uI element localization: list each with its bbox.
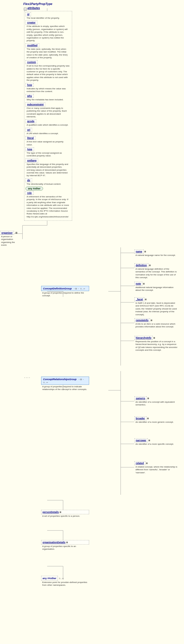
person-details-label: personDetails — [43, 511, 59, 513]
item-narrower-desc: An identifier of a more specific concept… — [134, 442, 180, 446]
concept-def-group-box: ConceptDefinitionGroup →⊞→ 0...∞ — [41, 286, 89, 291]
attr-how-desc: Indicates by which means the value was e… — [26, 87, 71, 94]
item-name-box: name — [134, 250, 144, 253]
item-narrower-container: narrower ⊞ An identifier of a more speci… — [134, 438, 180, 446]
attr-pubconstraint-box: pubconstraint — [26, 103, 45, 106]
dots-connector: ···· — [24, 375, 31, 380]
org-expand-icon[interactable]: ⊞ — [66, 541, 68, 544]
narrower-expand-icon[interactable]: ⊞ — [148, 439, 150, 442]
item-remoteinfo-desc: A link to an item or a web resource whic… — [134, 322, 180, 329]
attr-type-box: type — [26, 147, 34, 151]
attr-creator-box: creator — [26, 21, 37, 24]
attr-dir-box: dir — [26, 178, 32, 182]
attr-literal: literal A free-text value assigned as pr… — [26, 136, 71, 147]
minus-icon[interactable]: − — [24, 8, 27, 10]
attr-any-other: any #other — [26, 187, 71, 190]
item-related-box: related — [134, 461, 145, 465]
item-definition-desc: A natural language definition of the sem… — [134, 267, 180, 280]
attr-modified: modified The date (and, optionally, the … — [26, 43, 71, 60]
item-facet-box: _facet — [134, 297, 144, 301]
concept-rel-group-label: ConceptRelationshipsGroup — [43, 378, 77, 381]
person-expand-icon[interactable]: ⊞ — [60, 511, 61, 513]
item-definition-container: definition ⊞ A natural language definiti… — [134, 263, 180, 280]
attr-type-desc: The type of the concept assigned as cont… — [26, 151, 71, 158]
any-other-bottom-container: any ##other 0...∞ Extension point for pr… — [41, 576, 89, 587]
item-hierarchyinfo-container: hierarchyInfo ⊞ Represents the position … — [134, 336, 180, 352]
organiser-expand-icon[interactable]: ⊞ — [15, 231, 18, 234]
attr-pubconstraint: pubconstraint One or many constraints th… — [26, 103, 71, 119]
attr-how: how Indicates by which means the value w… — [26, 83, 71, 94]
attr-xmllang: xmllang Specifies the language of this p… — [26, 159, 71, 178]
attr-why-box: why — [26, 94, 34, 98]
org-details-container: organisationDetails ⊞ A group of propert… — [41, 540, 89, 551]
note-expand-icon[interactable]: ⊞ — [143, 283, 145, 285]
attr-id: id The local identifier of the property. — [26, 12, 71, 20]
item-note-desc: Additional natural language information … — [134, 286, 180, 292]
attr-role-desc: A refinement of the semantics of the pro… — [26, 195, 71, 219]
attr-why-desc: Why the metadata has been included. — [26, 98, 71, 102]
attr-literal-box: literal — [26, 136, 35, 140]
item-narrower-box: narrower — [134, 438, 148, 442]
attr-modified-desc: The date (and, optionally, the time) whe… — [26, 47, 71, 60]
attr-any-other-box: any #other — [26, 187, 43, 190]
attr-qcode-desc: A qualified code which identifies a conc… — [26, 123, 71, 127]
attr-id-desc: The local identifier of the property. — [26, 16, 71, 20]
attr-dir: dir The directionality of textual conten… — [26, 178, 71, 186]
attr-why: why Why the metadata has been included. — [26, 94, 71, 102]
attr-uri: uri A URI which identifies a concept. — [26, 128, 71, 136]
broader-expand-icon[interactable]: ⊞ — [147, 417, 149, 420]
person-details-desc: A set of properties specific to a person… — [41, 514, 89, 518]
attr-pubconstraint-desc: One or many constraints that apply to pu… — [26, 106, 71, 119]
item-facet-desc: In NAR 1.8 and later, facet is deprecate… — [134, 301, 180, 317]
page-title: Flex1PartyPropType — [23, 2, 52, 5]
item-definition-box: definition — [134, 263, 148, 267]
attributes-group: id The local identifier of the property.… — [24, 11, 72, 221]
attr-custom-box: custom — [26, 60, 38, 64]
definition-expand-icon[interactable]: ⊞ — [149, 264, 151, 267]
item-broader-container: broader ⊞ An identifier of a more generi… — [134, 416, 180, 424]
attr-custom: custom If set to true the corresponding … — [26, 60, 71, 82]
concept-rel-group-desc: A group of properties required to indica… — [41, 385, 89, 392]
diagram-container: Flex1PartyPropType − attributes id The l… — [0, 0, 184, 644]
item-remoteinfo-box: remoteInfo — [134, 318, 150, 322]
item-hierarchyinfo-desc: Represents the position of a concept in … — [134, 340, 180, 352]
concept-rel-multiplicity: 0...∞ — [43, 381, 48, 384]
person-details-container: personDetails ⊞ A set of properties spec… — [41, 510, 89, 518]
org-details-desc: A group of properties specific to an org… — [41, 545, 89, 551]
attr-creator-desc: If the attribute is empty, specifies whi… — [26, 24, 71, 43]
item-remoteinfo-container: remoteInfo ⊞ A link to an item or a web … — [134, 318, 180, 329]
facet-expand-icon[interactable]: ⊞ — [145, 298, 147, 301]
organiser-desc: A person or organisation organising the … — [0, 235, 21, 247]
attr-how-box: how — [26, 83, 34, 87]
attr-role-box: role — [26, 191, 33, 195]
item-related-desc: A related concept, where the relationshi… — [134, 465, 180, 475]
attr-uri-desc: A URI which identifies a concept. — [26, 132, 71, 136]
sameas-expand-icon[interactable]: ⊞ — [147, 397, 149, 400]
concept-rel-group-box: ConceptRelationshipsGroup →⊞→ 0...∞ — [41, 377, 89, 385]
attr-id-box: id — [26, 12, 31, 16]
attr-uri-box: uri — [26, 128, 32, 132]
attributes-expand-icon[interactable]: − — [24, 7, 27, 10]
item-related-container: related ⊞ A related concept, where the r… — [134, 461, 180, 475]
attr-type: type The type of the concept assigned as… — [26, 147, 71, 158]
related-expand-icon[interactable]: ⊞ — [146, 462, 148, 465]
item-note-container: note ⊞ Additional natural language infor… — [134, 282, 180, 292]
org-details-label: organisationDetails — [43, 541, 66, 544]
item-broader-box: broader — [134, 416, 146, 420]
remoteinfo-expand-icon[interactable]: ⊞ — [151, 319, 152, 322]
any-other-range: 0...∞ — [59, 577, 64, 580]
hierarchyinfo-expand-icon[interactable]: ⊞ — [153, 337, 155, 339]
attr-dir-desc: The directionality of textual content. — [26, 182, 71, 186]
name-expand-icon[interactable]: ⊞ — [144, 250, 146, 253]
attr-xmllang-desc: Specifies the language of this property … — [26, 162, 71, 178]
concept-rel-arrows: →⊞→ — [78, 378, 84, 381]
attr-role: role A refinement of the semantics of th… — [26, 191, 71, 219]
attr-modified-box: modified — [26, 43, 39, 47]
any-other-bottom-label: any ##other — [43, 577, 56, 580]
attr-custom-desc: If set to true the corresponding propert… — [26, 64, 71, 82]
item-sameas-container: sameAs ⊞ An identifier of a concept with… — [134, 396, 180, 407]
item-facet-container: _facet ⊞ In NAR 1.8 and later, facet is … — [134, 297, 180, 317]
concept-rel-group-container: ConceptRelationshipsGroup →⊞→ 0...∞ A gr… — [41, 377, 89, 392]
concept-def-group-label: ConceptDefinitionGroup — [43, 287, 72, 290]
attr-literal-desc: A free-text value assigned as property v… — [26, 140, 71, 147]
